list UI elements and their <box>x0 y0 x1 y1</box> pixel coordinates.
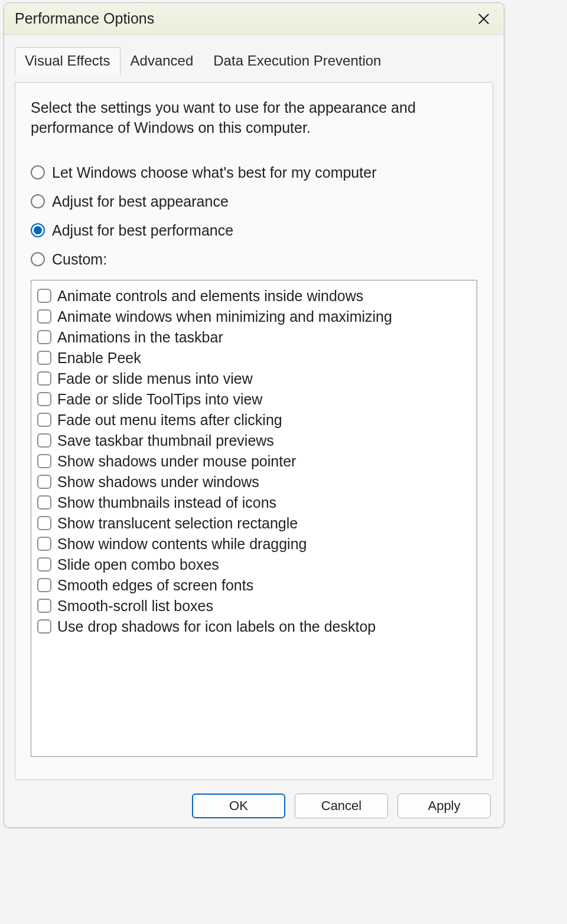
check-row[interactable]: Use drop shadows for icon labels on the … <box>37 618 471 635</box>
client-area: Visual EffectsAdvancedData Execution Pre… <box>4 35 504 827</box>
check-label: Animations in the taskbar <box>57 329 223 346</box>
checkbox <box>37 454 51 468</box>
radio-group: Let Windows choose what's best for my co… <box>31 164 477 268</box>
check-row[interactable]: Show shadows under windows <box>37 474 471 491</box>
check-row[interactable]: Fade out menu items after clicking <box>37 412 471 429</box>
close-icon <box>477 12 490 25</box>
radio-indicator <box>31 223 45 237</box>
check-row[interactable]: Smooth edges of screen fonts <box>37 577 471 594</box>
radio-custom[interactable]: Custom: <box>31 251 477 268</box>
radio-best-appearance[interactable]: Adjust for best appearance <box>31 193 477 210</box>
check-label: Enable Peek <box>57 350 141 367</box>
checkbox <box>37 351 51 365</box>
tab-data-execution-prevention[interactable]: Data Execution Prevention <box>203 47 391 75</box>
check-label: Fade or slide menus into view <box>57 370 253 387</box>
button-row: OK Cancel Apply <box>4 785 504 827</box>
checkbox <box>37 371 51 386</box>
ok-button[interactable]: OK <box>192 794 285 818</box>
check-label: Use drop shadows for icon labels on the … <box>57 618 376 635</box>
performance-options-dialog: Performance Options Visual EffectsAdvanc… <box>4 2 504 828</box>
radio-best-performance[interactable]: Adjust for best performance <box>31 222 477 239</box>
check-label: Show thumbnails instead of icons <box>57 494 276 511</box>
checkbox <box>37 557 51 572</box>
checkbox <box>37 309 51 324</box>
check-row[interactable]: Show shadows under mouse pointer <box>37 453 471 470</box>
checkbox <box>37 413 51 427</box>
close-button[interactable] <box>472 7 496 31</box>
checkbox <box>37 599 51 613</box>
check-row[interactable]: Fade or slide ToolTips into view <box>37 391 471 408</box>
radio-label: Adjust for best appearance <box>52 193 229 210</box>
check-row[interactable]: Animate windows when minimizing and maxi… <box>37 308 471 325</box>
checkbox <box>37 578 51 592</box>
check-row[interactable]: Slide open combo boxes <box>37 556 471 573</box>
check-label: Fade out menu items after clicking <box>57 412 282 429</box>
checkbox <box>37 619 51 634</box>
effects-checklist[interactable]: Animate controls and elements inside win… <box>31 280 477 757</box>
radio-indicator <box>31 194 45 208</box>
checkbox <box>37 495 51 510</box>
radio-let-windows-choose[interactable]: Let Windows choose what's best for my co… <box>31 164 477 181</box>
titlebar: Performance Options <box>4 3 504 35</box>
check-label: Fade or slide ToolTips into view <box>57 391 262 408</box>
radio-label: Custom: <box>52 251 107 268</box>
tab-visual-effects: Select the settings you want to use for … <box>15 82 493 780</box>
check-row[interactable]: Smooth-scroll list boxes <box>37 598 471 615</box>
check-row[interactable]: Show window contents while dragging <box>37 536 471 553</box>
check-label: Show translucent selection rectangle <box>57 515 298 532</box>
checkbox <box>37 289 51 303</box>
check-label: Animate windows when minimizing and maxi… <box>57 308 392 325</box>
check-row[interactable]: Enable Peek <box>37 350 471 367</box>
window-title: Performance Options <box>15 10 154 27</box>
checkbox <box>37 516 51 530</box>
check-row[interactable]: Show translucent selection rectangle <box>37 515 471 532</box>
check-label: Save taskbar thumbnail previews <box>57 432 274 449</box>
radio-label: Let Windows choose what's best for my co… <box>52 164 376 181</box>
checkbox <box>37 392 51 406</box>
check-label: Show shadows under windows <box>57 474 259 491</box>
tab-advanced[interactable]: Advanced <box>120 47 204 75</box>
tab-visual-effects[interactable]: Visual Effects <box>15 47 120 75</box>
check-label: Slide open combo boxes <box>57 556 219 573</box>
radio-label: Adjust for best performance <box>52 222 233 239</box>
check-label: Show shadows under mouse pointer <box>57 453 296 470</box>
tab-strip: Visual EffectsAdvancedData Execution Pre… <box>4 35 504 74</box>
checkbox <box>37 433 51 448</box>
cancel-button[interactable]: Cancel <box>295 794 388 818</box>
radio-indicator <box>31 252 45 266</box>
check-label: Smooth-scroll list boxes <box>57 598 213 615</box>
check-label: Animate controls and elements inside win… <box>57 288 363 305</box>
check-row[interactable]: Fade or slide menus into view <box>37 370 471 387</box>
checkbox <box>37 330 51 344</box>
check-row[interactable]: Animate controls and elements inside win… <box>37 288 471 305</box>
check-label: Show window contents while dragging <box>57 536 307 553</box>
checkbox <box>37 537 51 551</box>
check-label: Smooth edges of screen fonts <box>57 577 253 594</box>
radio-indicator <box>31 165 45 179</box>
check-row[interactable]: Animations in the taskbar <box>37 329 471 346</box>
checkbox <box>37 475 51 489</box>
description-text: Select the settings you want to use for … <box>31 98 444 138</box>
check-row[interactable]: Show thumbnails instead of icons <box>37 494 471 511</box>
check-row[interactable]: Save taskbar thumbnail previews <box>37 432 471 449</box>
apply-button[interactable]: Apply <box>397 794 491 818</box>
